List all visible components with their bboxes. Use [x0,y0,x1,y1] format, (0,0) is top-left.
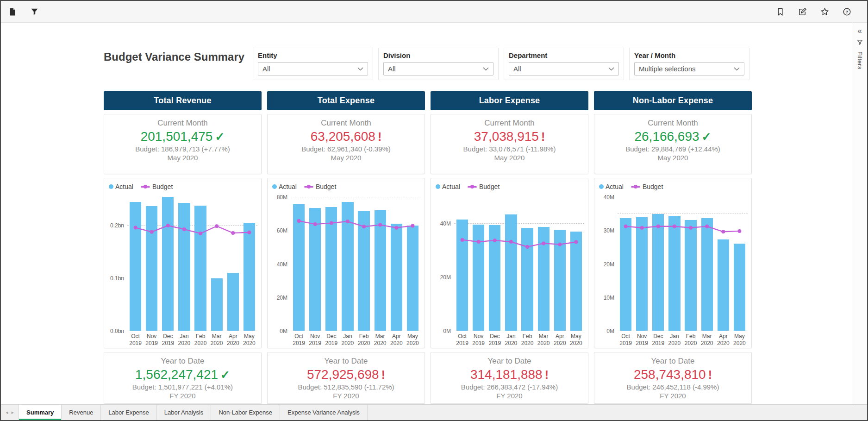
actual-bar[interactable] [375,210,386,331]
y-tick-label: 40M [440,220,451,227]
x-tick-label: Jan2020 [339,333,356,347]
y-tick-label: 40M [277,261,287,268]
kpi-header: Total Revenue [104,91,262,110]
actual-bar[interactable] [652,214,664,331]
actual-bar[interactable] [211,278,223,331]
actual-bar[interactable] [244,223,255,331]
page-tab[interactable]: Labor Analysis [157,405,212,420]
kpi-period: May 2020 [434,154,585,162]
kpi-value: 1,562,247,421✓ [107,367,258,382]
ytd-card: Year to Date 314,181,888! Budget: 266,38… [431,352,588,404]
actual-dot-icon [436,184,440,189]
x-tick-label: Dec2019 [160,333,176,347]
actual-bar[interactable] [293,204,305,331]
filter-dropdown[interactable]: All [383,62,493,75]
filter-dropdown[interactable]: Multiple selections [634,62,744,75]
actual-bar[interactable] [538,227,550,331]
legend-budget[interactable]: Budget [304,183,336,190]
legend-actual[interactable]: Actual [109,183,133,190]
actual-bar[interactable] [636,217,648,331]
actual-bar[interactable] [194,206,206,331]
legend-budget[interactable]: Budget [631,183,663,190]
actual-bar[interactable] [358,211,369,331]
chart-body: 0M10M20M30M40M [597,194,748,331]
page-tab[interactable]: Summary [19,405,62,420]
page-tab[interactable]: Revenue [62,405,101,420]
actual-bar[interactable] [391,224,402,331]
chart-legend: Actual Budget [270,182,421,191]
actual-bar[interactable] [342,202,353,331]
x-tick-label: May2020 [405,333,421,347]
x-tick-label: Feb2020 [193,333,209,347]
legend-budget[interactable]: Budget [141,183,173,190]
filter-selected-value: All [262,65,270,73]
report-icon[interactable] [7,7,17,16]
actual-bar[interactable] [718,239,729,331]
kpi-number: 201,501,475 [141,129,213,144]
kpi-column: Total Revenue Current Month 201,501,475✓… [104,91,262,408]
actual-bar[interactable] [489,225,500,331]
page-title: Budget Variance Summary [104,50,244,63]
legend-budget[interactable]: Budget [468,183,500,190]
legend-actual[interactable]: Actual [599,183,624,190]
filter-dropdown[interactable]: All [509,62,619,75]
page-tab[interactable]: Non-Labor Expense [211,405,280,420]
legend-actual[interactable]: Actual [436,183,460,190]
kpi-number: 1,562,247,421 [135,367,218,382]
tab-pager-left-icon[interactable]: ◂ [6,409,8,415]
filter-selected-value: All [388,65,396,73]
chart-legend: Actual Budget [597,182,748,191]
actual-bar[interactable] [407,226,418,331]
x-tick-label: Feb2020 [683,333,699,347]
actual-bar[interactable] [456,220,468,331]
kpi-budget-line: Budget: 186,979,713 (+7.77%) [107,145,258,153]
kpi-budget-line: Budget: 33,076,571 (-11.98%) [434,145,585,153]
legend-actual[interactable]: Actual [272,183,297,190]
favorite-icon[interactable] [820,7,829,16]
actual-bar[interactable] [554,230,566,331]
filter-icon[interactable] [30,7,39,16]
filters-pane-label[interactable]: Filters [856,51,863,69]
edit-icon[interactable] [798,7,807,16]
actual-bar[interactable] [227,273,239,331]
filter-dropdown[interactable]: All [258,62,368,75]
x-tick-label: Mar2020 [536,333,552,347]
x-tick-label: Mar2020 [372,333,388,347]
bar-series [127,194,257,331]
x-tick-label: Oct2019 [291,333,307,347]
actual-bar[interactable] [146,206,157,331]
actual-bar[interactable] [521,228,533,331]
actual-bar[interactable] [130,202,141,331]
actual-bar[interactable] [505,214,517,331]
chart-legend: Actual Budget [434,182,584,191]
tab-pager-right-icon[interactable]: ▸ [12,409,14,415]
x-tick-label: Dec2019 [323,333,339,347]
page-tab[interactable]: Expense Variance Analysis [280,405,368,420]
page-tabs: Summary Revenue Labor Expense Labor Anal… [19,405,368,420]
kpi-card-label: Year to Date [434,357,585,366]
y-tick-label: 40M [604,194,614,201]
kpi-period: FY 2020 [270,392,422,400]
actual-bar[interactable] [473,225,484,331]
x-tick-label: Apr2020 [552,333,568,347]
report-canvas: Budget Variance Summary Entity All Divis… [1,23,867,404]
actual-bar[interactable] [570,232,582,331]
actual-bar[interactable] [178,203,190,331]
actual-bar[interactable] [734,244,745,331]
help-icon[interactable]: ? [842,7,851,16]
actual-bar[interactable] [701,218,713,331]
actual-bar[interactable] [309,208,321,331]
bar-series [454,194,584,331]
expand-pane-icon[interactable]: « [857,27,862,35]
status-icon: ✓ [215,130,225,143]
actual-bar[interactable] [162,197,174,331]
actual-bar[interactable] [325,207,337,331]
actual-bar[interactable] [620,218,631,331]
filter-label: Division [383,51,493,59]
x-tick-label: Mar2020 [699,333,715,347]
bookmark-icon[interactable] [775,7,785,16]
actual-bar[interactable] [668,216,680,331]
kpi-period: May 2020 [270,154,422,162]
page-tab[interactable]: Labor Expense [101,405,156,420]
actual-bar[interactable] [685,220,696,331]
